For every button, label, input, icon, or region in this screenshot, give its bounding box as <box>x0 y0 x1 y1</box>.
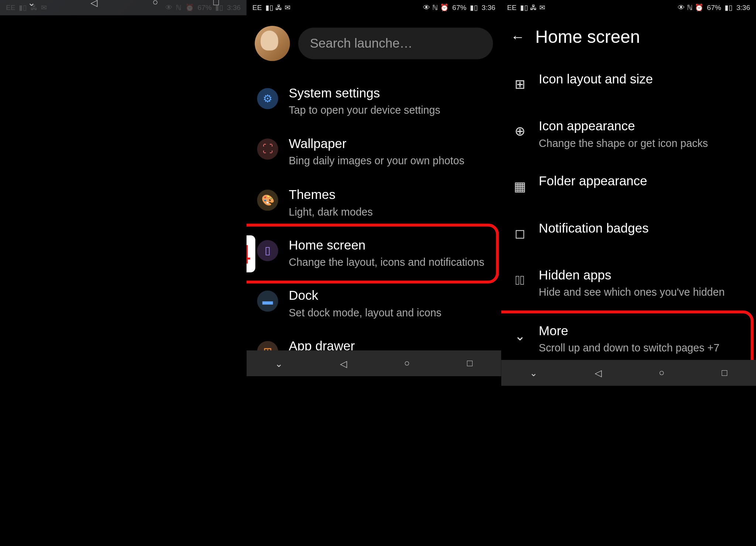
chevron-down-icon[interactable]: ⌄ <box>28 0 35 8</box>
panel-home-screen-settings: EE ▮▯ 🖧 ✉ 👁 ℕ ⏰ 67% ▮▯ 3:36 ← Home scree… <box>501 0 756 386</box>
row-icon: ▯ <box>257 240 278 261</box>
profile-avatar[interactable] <box>255 26 290 61</box>
search-input[interactable]: Search launche… <box>298 28 493 59</box>
settings-row-system-settings[interactable]: ⚙ System settings Tap to open your devic… <box>247 76 501 127</box>
row-icon: ⛶ <box>257 139 278 160</box>
row-icon: ⚙ <box>257 88 278 109</box>
home-icon[interactable]: ○ <box>659 368 664 378</box>
panel-home-edit: EE ▮▯ 🖧 ✉ 👁 ℕ ⏰ 67% ▮▯ 3:36 <box>0 0 247 15</box>
back-icon[interactable]: ◁ <box>340 358 347 369</box>
status-bar: EE ▮▯ 🖧 ✉ 👁 ℕ ⏰ 67% ▮▯ 3:36 <box>247 0 501 15</box>
settings-row-icon-layout-and-size[interactable]: ⊞ Icon layout and size <box>501 60 756 107</box>
back-icon[interactable]: ◁ <box>595 367 602 378</box>
settings-row-icon-appearance[interactable]: ⊕ Icon appearance Change the shape or ge… <box>501 107 756 162</box>
page-title: Home screen <box>535 27 640 47</box>
settings-row-folder-appearance[interactable]: ▦ Folder appearance <box>501 162 756 209</box>
recents-icon[interactable]: □ <box>467 358 472 369</box>
settings-row-home-screen[interactable]: ▯ Home screen Change the layout, icons a… <box>247 228 501 279</box>
settings-row-notification-badges[interactable]: ◻ Notification badges <box>501 209 756 256</box>
settings-row-wallpaper[interactable]: ⛶ Wallpaper Bing daily images or your ow… <box>247 127 501 178</box>
row-icon: ▦ <box>512 176 528 197</box>
status-bar: EE ▮▯ 🖧 ✉ 👁 ℕ ⏰ 67% ▮▯ 3:36 <box>501 0 756 15</box>
settings-row-hidden-apps[interactable]: 👁̸ Hidden apps Hide and see which ones y… <box>501 256 756 312</box>
settings-row-themes[interactable]: 🎨 Themes Light, dark modes <box>247 178 501 228</box>
home-icon[interactable]: ○ <box>404 358 410 369</box>
row-icon: ⊞ <box>512 74 528 95</box>
chevron-down-icon[interactable]: ⌄ <box>530 367 537 378</box>
recents-icon[interactable]: □ <box>213 0 219 8</box>
navigation-bar: ⌄ ◁ ○ □ <box>501 360 756 386</box>
back-arrow-icon[interactable]: ← <box>511 29 525 45</box>
settings-row-dock[interactable]: ▬ Dock Set dock mode, layout and icons <box>247 279 501 330</box>
row-icon: 👁̸ <box>512 270 528 291</box>
panel-launcher-settings: EE ▮▯ 🖧 ✉ 👁 ℕ ⏰ 67% ▮▯ 3:36 Search launc… <box>247 0 501 377</box>
row-icon: ▬ <box>257 291 278 312</box>
recents-icon[interactable]: □ <box>722 368 727 378</box>
chevron-down-icon[interactable]: ⌄ <box>275 358 283 369</box>
navigation-bar: ⌄ ◁ ○ □ <box>0 0 247 15</box>
row-icon: ⌄ <box>512 326 528 347</box>
row-icon: ⊕ <box>512 121 528 142</box>
back-icon[interactable]: ◁ <box>90 0 97 8</box>
navigation-bar: ⌄ ◁ ○ □ <box>247 351 501 377</box>
row-icon: ◻ <box>512 223 528 244</box>
home-icon[interactable]: ○ <box>152 0 158 8</box>
row-icon: 🎨 <box>257 189 278 210</box>
